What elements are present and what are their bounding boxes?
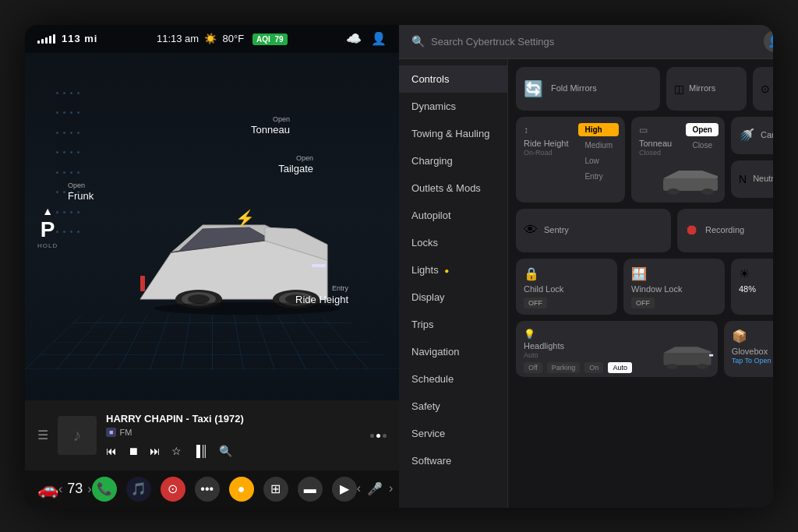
search-music-button[interactable]: 🔍 bbox=[219, 445, 232, 457]
dot bbox=[77, 231, 79, 233]
equalizer-button[interactable]: ▐║ bbox=[192, 445, 208, 457]
sentry-label: Sentry bbox=[544, 225, 569, 235]
svg-marker-16 bbox=[663, 171, 718, 178]
ride-medium-option[interactable]: Medium bbox=[578, 139, 619, 152]
tap-to-open[interactable]: Tap To Open bbox=[732, 357, 773, 365]
ride-height-label[interactable]: Entry Ride Height bbox=[295, 284, 348, 307]
stop-button[interactable]: ⏹ bbox=[128, 445, 139, 457]
tonneau-tile[interactable]: ▭ Tonneau Closed bbox=[631, 117, 725, 203]
favorite-button[interactable]: ☆ bbox=[171, 445, 182, 457]
hl-auto[interactable]: Auto bbox=[608, 362, 632, 373]
nav-item-towing[interactable]: Towing & Hauling bbox=[399, 120, 507, 147]
sentry-tile[interactable]: 👁 Sentry bbox=[516, 209, 671, 252]
top-row: 🔄 Fold Mirrors ◫ Mirrors ⊙ Steering bbox=[516, 67, 773, 111]
nav-item-charging[interactable]: Charging bbox=[399, 147, 507, 174]
row-5: 💡 Headlights Auto Off Parking On Auto bbox=[516, 321, 773, 377]
ride-prefix: Entry bbox=[295, 284, 348, 294]
tonneau-open-option[interactable]: Open bbox=[686, 123, 719, 136]
child-lock-tile[interactable]: 🔒 Child Lock OFF bbox=[516, 259, 617, 315]
nav-item-safety[interactable]: Safety bbox=[399, 393, 507, 420]
recording-label: Recording bbox=[705, 225, 744, 235]
energy-icon[interactable]: ● bbox=[229, 477, 254, 502]
hl-on[interactable]: On bbox=[584, 362, 603, 373]
brightness-tile[interactable]: ☀ 48% Auto bbox=[731, 259, 773, 315]
left-panel: 113 mi 11:13 am ☀️ 80°F AQI 79 ☁️ 👤 bbox=[25, 25, 399, 508]
ride-low-option[interactable]: Low bbox=[578, 154, 619, 167]
neutral-tile[interactable]: N Neutral bbox=[731, 160, 773, 198]
ride-height-tile[interactable]: ↕ Ride Height On-Road High Medium Low En… bbox=[516, 117, 625, 203]
recording-tile[interactable]: ⏺ Recording bbox=[677, 209, 773, 252]
top-bar-icons: ☁️ 👤 bbox=[346, 31, 387, 46]
music-app-icon[interactable]: 🎵 bbox=[126, 477, 151, 502]
lights-indicator: ● bbox=[444, 266, 449, 275]
dot bbox=[77, 171, 79, 174]
apps-icon[interactable]: ⊞ bbox=[263, 477, 288, 502]
dot bbox=[56, 111, 58, 114]
carwash-tile[interactable]: 🚿 Car Wash bbox=[731, 117, 773, 154]
taskbar: 🚗 ‹ 73 › 📞 🎵 ⊙ ••• ● ⊞ ▬ ▶ bbox=[25, 470, 399, 508]
nav-item-autopilot[interactable]: Autopilot bbox=[399, 202, 507, 229]
nav-item-dynamics[interactable]: Dynamics bbox=[399, 93, 507, 120]
left-arrow-icon[interactable]: ‹ bbox=[58, 482, 62, 496]
tonneau-label[interactable]: Open Tonneau bbox=[251, 115, 290, 138]
nav-item-locks[interactable]: Locks bbox=[399, 229, 507, 256]
vehicle-area: ▲ P HOLD bbox=[25, 53, 399, 400]
row-4: 🔒 Child Lock OFF 🪟 Window Lock OFF ☀ 48% bbox=[516, 259, 773, 315]
window-lock-tile[interactable]: 🪟 Window Lock OFF bbox=[623, 259, 725, 315]
headlights-tile[interactable]: 💡 Headlights Auto Off Parking On Auto bbox=[516, 321, 718, 377]
media-icon[interactable]: ▬ bbox=[298, 477, 323, 502]
signal-bar-3 bbox=[45, 37, 48, 44]
nav-item-schedule[interactable]: Schedule bbox=[399, 365, 507, 393]
tailgate-label[interactable]: Open Tailgate bbox=[278, 154, 313, 177]
phone-icon[interactable]: 📞 bbox=[92, 477, 117, 502]
signal-bars bbox=[37, 34, 55, 44]
dot bbox=[56, 171, 58, 174]
car-status-icon[interactable]: 🚗 bbox=[37, 479, 58, 499]
aqi-badge: AQI 79 bbox=[252, 33, 287, 45]
frunk-label[interactable]: Open Frunk bbox=[68, 181, 94, 204]
nav-item-controls[interactable]: Controls bbox=[399, 65, 507, 93]
skip-button[interactable]: ⏭ bbox=[150, 445, 161, 457]
back-arrow-icon[interactable]: ‹ bbox=[357, 481, 361, 496]
hl-parking[interactable]: Parking bbox=[547, 362, 581, 373]
search-input-area[interactable]: 🔍 Search Cybertruck Settings bbox=[411, 35, 764, 48]
person-icon: 👤 bbox=[371, 31, 387, 46]
steering-tile[interactable]: ⊙ Steering bbox=[753, 67, 774, 111]
glovebox-tile[interactable]: 📦 Glovebox Tap To Open bbox=[724, 321, 773, 377]
svg-rect-11 bbox=[312, 264, 326, 267]
music-controls[interactable]: ⏮ ⏹ ⏭ ☆ ▐║ 🔍 bbox=[106, 445, 361, 457]
recording-icon: ⏺ bbox=[685, 222, 699, 238]
nav-item-outlets[interactable]: Outlets & Mods bbox=[399, 174, 507, 202]
aqi-label: AQI bbox=[256, 35, 270, 44]
child-lock-status: OFF bbox=[524, 298, 547, 308]
ride-high-option[interactable]: High bbox=[578, 123, 619, 136]
gear-arrow-up: ▲ bbox=[42, 204, 53, 217]
extra-icon[interactable]: ▶ bbox=[332, 477, 357, 502]
dot bbox=[70, 151, 72, 153]
hl-off[interactable]: Off bbox=[524, 362, 542, 373]
mic-icon[interactable]: 🎤 bbox=[367, 481, 383, 496]
mirror-icon: ◫ bbox=[674, 83, 684, 95]
user-area: 👤 Easy E... bbox=[764, 30, 773, 52]
tesla-icon[interactable]: ⊙ bbox=[161, 477, 185, 502]
forward-arrow-icon[interactable]: › bbox=[389, 481, 393, 496]
music-note-icon: ♪ bbox=[73, 425, 82, 446]
fold-mirrors-tile[interactable]: 🔄 Fold Mirrors bbox=[516, 67, 660, 111]
dot bbox=[63, 211, 65, 213]
ride-entry-option[interactable]: Entry bbox=[578, 170, 619, 183]
nav-item-service[interactable]: Service bbox=[399, 420, 507, 447]
nav-item-lights[interactable]: Lights ● bbox=[399, 256, 507, 284]
nav-item-trips[interactable]: Trips bbox=[399, 311, 507, 338]
svg-point-14 bbox=[667, 188, 680, 195]
tonneau-thumb bbox=[659, 167, 722, 198]
music-player: ☰ ♪ HARRY CHAPIN - Taxi (1972) ■ FM ⏮ ⏹ … bbox=[25, 400, 399, 470]
cabin-temp[interactable]: 73 bbox=[67, 481, 83, 497]
row-2: ↕ Ride Height On-Road High Medium Low En… bbox=[516, 117, 773, 203]
nav-item-software[interactable]: Software bbox=[399, 447, 507, 474]
rewind-button[interactable]: ⏮ bbox=[106, 445, 117, 457]
nav-item-navigation[interactable]: Navigation bbox=[399, 338, 507, 365]
more-icon[interactable]: ••• bbox=[195, 477, 220, 502]
nav-item-display[interactable]: Display bbox=[399, 284, 507, 311]
tonneau-close-option[interactable]: Close bbox=[686, 139, 719, 152]
mirrors-tile[interactable]: ◫ Mirrors bbox=[666, 67, 747, 111]
